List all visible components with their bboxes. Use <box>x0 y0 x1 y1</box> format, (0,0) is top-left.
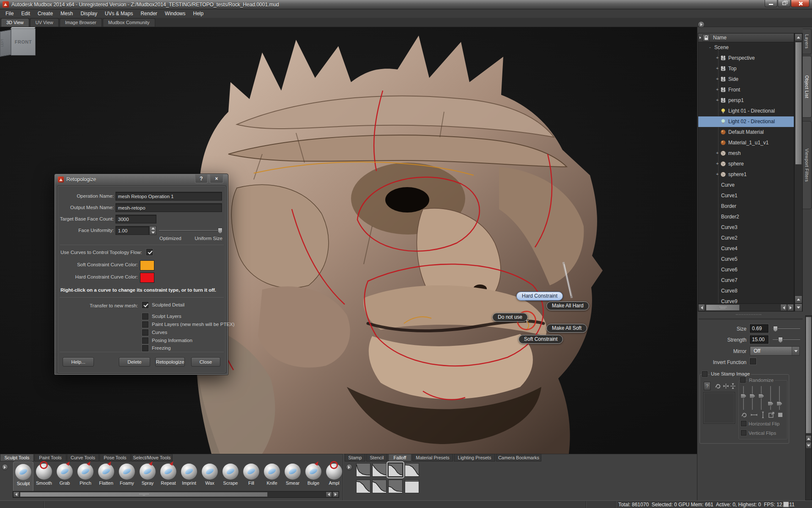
tree-item-curve[interactable]: Curve <box>698 180 794 190</box>
tree-expander-icon[interactable]: + <box>716 55 719 60</box>
horizontal-flip-checkbox[interactable] <box>741 421 746 426</box>
transfer-checkbox-paint-layers-new-mesh-will-be-ptex[interactable] <box>142 321 148 328</box>
tree-item-curve5[interactable]: Curve5 <box>698 254 794 265</box>
tree-item-mesh[interactable]: +mesh <box>698 148 794 159</box>
tools-hscroll-left2-button[interactable] <box>326 491 332 497</box>
marking-menu-do-not-use[interactable]: Do not use <box>492 313 528 322</box>
marking-menu-hard-constraint[interactable]: Hard Constraint <box>516 292 563 301</box>
random-slider-5[interactable] <box>779 386 780 410</box>
size-input[interactable] <box>750 324 768 333</box>
view-tab-3d-view[interactable]: 3D View <box>1 18 29 27</box>
tree-item-curve1[interactable]: Curve1 <box>698 190 794 201</box>
random-color-chip[interactable] <box>778 413 782 417</box>
lock-button[interactable] <box>702 34 710 41</box>
transfer-checkbox-curves[interactable] <box>142 329 148 336</box>
tool-bulge[interactable]: Bulge <box>303 461 324 492</box>
tree-expander-icon[interactable]: + <box>716 161 719 166</box>
spinner-up-icon[interactable] <box>150 226 156 231</box>
mirror-dropdown[interactable]: Off <box>750 346 800 356</box>
tool-pinch[interactable]: Pinch <box>75 461 96 492</box>
tool-wax[interactable]: Wax <box>200 461 220 492</box>
tree-item-light-02-directional[interactable]: Light 02 - Directional <box>698 116 794 127</box>
tree-item-light-01-directional[interactable]: Light 01 - Directional <box>698 106 794 116</box>
view-tab-image-browser[interactable]: Image Browser <box>60 18 102 27</box>
dropdown-arrow-icon[interactable] <box>792 347 799 355</box>
tree-scroll-up-button[interactable] <box>795 33 802 41</box>
tree-item-border[interactable]: Border <box>698 201 794 212</box>
stamp-vflip-icon[interactable] <box>730 383 735 389</box>
randomize-checkbox[interactable] <box>740 377 746 383</box>
menu-help[interactable]: Help <box>189 10 208 17</box>
props-scroll-up-button[interactable] <box>806 435 812 442</box>
operation-name-input[interactable] <box>115 192 222 201</box>
preset-tab-camera-bookmarks[interactable]: Camera Bookmarks <box>496 454 541 461</box>
retopologize-button[interactable]: Retopologize <box>155 357 185 367</box>
tool-knife[interactable]: Knife <box>262 461 282 492</box>
use-stamp-image-checkbox[interactable] <box>702 371 708 377</box>
tree-expander-icon[interactable]: - <box>709 44 711 50</box>
soft-constraint-color-swatch[interactable] <box>140 260 154 271</box>
tree-item-border2[interactable]: Border2 <box>698 212 794 222</box>
tool-smooth[interactable]: Smooth <box>34 461 54 492</box>
spinner-down-icon[interactable] <box>150 231 156 235</box>
tree-hscroll-left-button[interactable] <box>698 304 705 311</box>
tree-item-side[interactable]: +Side <box>698 74 794 85</box>
falloff-preset-1[interactable] <box>356 463 370 477</box>
falloff-preset-5[interactable] <box>356 480 370 493</box>
transfer-checkbox-posing-information[interactable] <box>142 337 148 344</box>
tree-item-scene[interactable]: -Scene <box>698 42 794 53</box>
side-tab-layers[interactable]: Layers <box>803 29 812 54</box>
side-tab-viewport-filters[interactable]: Viewport Filters <box>803 121 812 209</box>
help-button[interactable]: Help... <box>63 357 94 367</box>
falloff-preset-8[interactable] <box>405 480 419 493</box>
menu-display[interactable]: Display <box>77 10 101 17</box>
tree-item-sphere1[interactable]: +sphere1 <box>698 169 794 180</box>
presets-expand-chevron[interactable] <box>346 464 352 470</box>
tool-scrape[interactable]: Scrape <box>220 461 241 492</box>
close-button[interactable]: Close <box>191 357 220 367</box>
tree-item-front[interactable]: +Front <box>698 85 794 95</box>
tree-scroll-down-button[interactable] <box>795 304 802 312</box>
tree-hscroll-thumb[interactable] <box>706 304 740 311</box>
view-tab-uv-view[interactable]: UV View <box>30 18 59 27</box>
preset-tab-falloff[interactable]: Falloff <box>388 454 411 461</box>
props-vscroll-thumb[interactable] <box>806 317 812 433</box>
tool-ampl[interactable]: Ampl <box>324 461 343 492</box>
tree-item-default-material[interactable]: Default Material <box>698 127 794 138</box>
tool-spray[interactable]: Spray <box>137 461 158 492</box>
invert-function-checkbox[interactable] <box>750 358 756 364</box>
tree-hscroll-left2-button[interactable] <box>780 304 787 311</box>
strength-slider[interactable] <box>773 340 800 340</box>
face-uniformity-spinner[interactable] <box>149 226 156 235</box>
menu-uvs-maps[interactable]: UVs & Maps <box>101 10 137 17</box>
props-scroll-down-button[interactable] <box>806 442 812 449</box>
vertical-flip-checkbox[interactable] <box>741 430 746 436</box>
preset-tab-lighting-presets[interactable]: Lighting Presets <box>454 454 495 461</box>
strength-input[interactable] <box>750 335 768 344</box>
tree-expander-icon[interactable]: + <box>716 150 719 155</box>
use-curves-checkbox[interactable] <box>146 249 153 255</box>
tree-item-curve4[interactable]: Curve4 <box>698 243 794 254</box>
header-collapse-icon[interactable] <box>698 36 702 39</box>
random-hrange-icon[interactable] <box>751 413 757 417</box>
falloff-preset-3[interactable] <box>388 463 403 477</box>
panel-drag-handle[interactable] <box>736 314 761 315</box>
falloff-preset-7[interactable] <box>388 480 403 493</box>
tree-item-sphere[interactable]: +sphere <box>698 159 794 169</box>
tree-item-persp1[interactable]: +persp1 <box>698 95 794 106</box>
tree-item-perspective[interactable]: +Perspective <box>698 53 794 64</box>
transfer-checkbox-sculpted-detail[interactable] <box>142 302 148 308</box>
view-tab-mudbox-community[interactable]: Mudbox Community <box>103 18 155 27</box>
close-button[interactable] <box>791 0 809 7</box>
tree-expander-icon[interactable]: + <box>716 87 719 92</box>
stamp-help-button[interactable]: ? <box>704 382 710 390</box>
tool-fill[interactable]: Fill <box>241 461 261 492</box>
tools-hscroll-left-button[interactable] <box>13 491 19 497</box>
stamp-preview-box[interactable] <box>703 392 735 424</box>
preset-tab-stencil[interactable]: Stencil <box>366 454 387 461</box>
tool-imprint[interactable]: Imprint <box>179 461 199 492</box>
tool-grab[interactable]: Grab <box>55 461 75 492</box>
menu-edit[interactable]: Edit <box>17 10 34 17</box>
tree-vscroll-thumb[interactable] <box>795 42 802 165</box>
tool-flatten[interactable]: Flatten <box>96 461 116 492</box>
